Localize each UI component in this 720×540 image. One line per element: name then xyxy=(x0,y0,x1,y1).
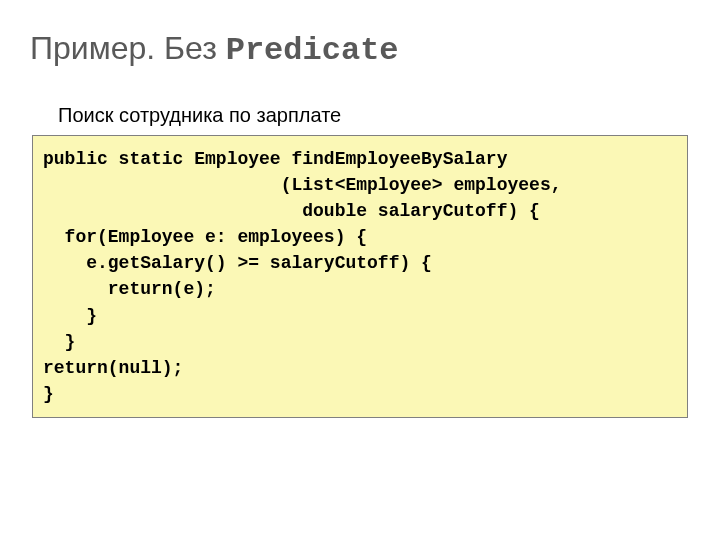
title-mono: Predicate xyxy=(226,32,399,69)
code-block: public static Employee findEmployeeBySal… xyxy=(32,135,688,418)
title-prefix: Пример. Без xyxy=(30,30,226,66)
slide-subtitle: Поиск сотрудника по зарплате xyxy=(58,104,690,127)
slide-title: Пример. Без Predicate xyxy=(30,30,690,69)
